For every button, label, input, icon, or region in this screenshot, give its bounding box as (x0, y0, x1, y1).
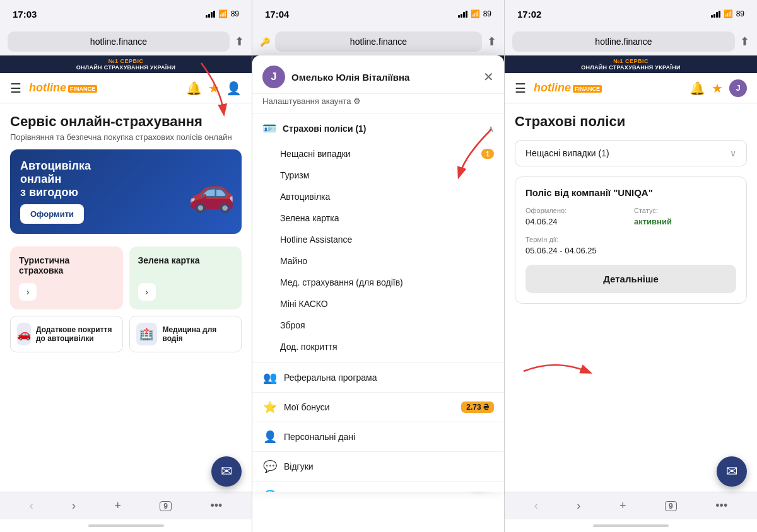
sub-item-kasko[interactable]: Міні КАСКО (252, 293, 504, 315)
share-icon-3[interactable]: ⬆ (740, 35, 749, 49)
sub-item-tourism[interactable]: Туризм (252, 165, 504, 186)
bottom-card-icon-1b: 🏥 (136, 323, 158, 345)
menu-bonuses-2[interactable]: ⭐ Мої бонуси 2.73 ₴ (252, 393, 504, 422)
menu-header-2: J Омелько Юлія Віталіївна ✕ (252, 55, 504, 94)
policies-content-3: Страхові поліси Нещасні випадки (1) ∨ По… (505, 103, 757, 492)
sub-item-med[interactable]: Мед. страхування (для водіїв) (252, 272, 504, 293)
address-input-3[interactable]: hotline.finance (512, 32, 735, 52)
forward-btn-1[interactable]: › (72, 499, 76, 512)
policies-dropdown-3[interactable]: Нещасні випадки (1) ∨ (515, 140, 747, 166)
hero-section-1: Сервіс онлайн-страхування Порівняння та … (0, 103, 252, 246)
bottom-card-1a[interactable]: 🚗 Додаткове покриття до автоцивілки (10, 316, 123, 352)
issued-value-3: 04.06.24 (525, 217, 558, 226)
wifi-icon-2: 📶 (471, 9, 480, 18)
address-input-2[interactable]: hotline.finance (275, 32, 482, 52)
nav-bar-3: ☰ hotline FINANCE 🔔 ★ J (505, 73, 757, 103)
add-tab-btn-3[interactable]: + (619, 499, 626, 512)
menu-settings-2[interactable]: Налаштування акаунта ⚙ (252, 94, 504, 114)
bonuses-badge-2: 2.73 ₴ (461, 402, 494, 413)
sub-item-hotline[interactable]: Hotline Assistance (252, 229, 504, 250)
phone-3: 17:02 📶 89 hotline.finance ⬆ №1 СЕРВІС О… (505, 0, 757, 532)
battery-3: 89 (736, 9, 744, 18)
policy-term-3: Термін дії: 05.06.24 - 04.06.25 (525, 236, 736, 256)
issued-label-3: Оформлено: (525, 207, 628, 214)
bell-icon-3[interactable]: 🔔 (690, 81, 705, 96)
status-icons-3: 📶 89 (711, 9, 744, 18)
address-bar-1: hotline.finance ⬆ (0, 28, 252, 55)
logo-1[interactable]: hotline FINANCE (29, 81, 97, 95)
bottom-card-1b[interactable]: 🏥 Медицина для водія (129, 316, 242, 352)
status-time-3: 17:02 (517, 9, 541, 20)
status-value-3: активний (634, 217, 672, 226)
card-green-1[interactable]: Зелена картка › (129, 246, 242, 309)
hamburger-icon-3[interactable]: ☰ (515, 81, 526, 96)
term-value-3: 05.06.24 - 04.06.25 (525, 246, 597, 255)
menu-user-name-2: Омелько Юлія Віталіївна (291, 72, 477, 83)
policy-status-3: Статус: активний (634, 207, 736, 227)
status-bar-2: 17:04 📶 89 (252, 0, 504, 28)
share-icon-2[interactable]: ⬆ (487, 35, 496, 49)
battery-2: 89 (483, 9, 491, 18)
service-grid-1: Туристична страховка › Зелена картка › (0, 246, 252, 309)
add-tab-btn-1[interactable]: + (114, 499, 121, 512)
menu-reviews-2[interactable]: 💬 Відгуки (252, 452, 504, 482)
menu-policies-section-2: 🪪 Страхові поліси (1) ∧ Нещасні випадки … (252, 114, 504, 363)
hamburger-icon-1[interactable]: ☰ (10, 81, 21, 96)
sub-item-weapon[interactable]: Зброя (252, 315, 504, 336)
policies-chevron-2: ∧ (488, 124, 494, 134)
banner-subtitle-3: ОНЛАЙН СТРАХУВАННЯ УКРАЇНИ (512, 64, 749, 71)
wifi-icon-3: 📶 (724, 9, 733, 18)
reviews-icon-2: 💬 (262, 460, 278, 473)
more-btn-3[interactable]: ••• (715, 499, 727, 512)
status-bar-1: 17:03 📶 89 (0, 0, 252, 28)
bottom-card-label-1a: Додаткове покриття до автоцивілки (36, 325, 116, 343)
sub-item-accidents[interactable]: Нещасні випадки 1 (252, 143, 504, 165)
logo-3[interactable]: hotline FINANCE (534, 81, 602, 95)
card-green-arrow-1[interactable]: › (138, 283, 156, 301)
policy-issued-3: Оформлено: 04.06.24 (525, 207, 628, 227)
dropdown-label-3: Нещасні випадки (1) (525, 148, 609, 158)
sub-item-green[interactable]: Зелена картка (252, 207, 504, 229)
bottom-card-label-1b: Медицина для водія (162, 325, 235, 343)
address-input-1[interactable]: hotline.finance (8, 32, 230, 52)
referral-icon-2: 👥 (262, 371, 278, 385)
back-btn-3[interactable]: ‹ (534, 499, 538, 512)
user-icon-1[interactable]: 👤 (226, 81, 242, 96)
sub-item-property[interactable]: Майно (252, 250, 504, 272)
bell-icon-1[interactable]: 🔔 (186, 81, 202, 96)
menu-personal-2[interactable]: 👤 Персональні дані (252, 422, 504, 452)
sub-item-extra[interactable]: Дод. покриття (252, 336, 504, 357)
auto-banner-1[interactable]: Автоцивілка онлайн з вигодою Оформити 🚗 (10, 149, 242, 234)
address-bar-2: 🔑 hotline.finance ⬆ (252, 28, 504, 55)
card-travel-1[interactable]: Туристична страховка › (10, 246, 123, 309)
forward-btn-3[interactable]: › (577, 499, 580, 512)
support-icon-2: 🌐 (262, 489, 278, 492)
menu-sub-items-2: Нещасні випадки 1 Туризм Автоцивілка Зел… (252, 143, 504, 362)
card-green-title-1: Зелена картка (138, 255, 233, 265)
card-travel-arrow-1[interactable]: › (19, 283, 37, 301)
tab-count-1[interactable]: 9 (160, 501, 172, 511)
car-icon-1: 🚗 (188, 170, 235, 214)
star-icon-3[interactable]: ★ (712, 81, 723, 96)
share-icon-1[interactable]: ⬆ (235, 35, 244, 49)
auto-btn-1[interactable]: Оформити (20, 204, 84, 224)
fab-3[interactable]: ✉ (717, 456, 747, 487)
more-btn-1[interactable]: ••• (210, 499, 222, 512)
menu-support-2[interactable]: 🌐 Підтримка (252, 482, 504, 492)
status-time-1: 17:03 (13, 9, 37, 20)
menu-policies-header-2[interactable]: 🪪 Страхові поліси (1) ∧ (252, 114, 504, 143)
phone-1: 17:03 📶 89 hotline.finance ⬆ №1 СЕРВІС О… (0, 0, 252, 532)
menu-close-btn-2[interactable]: ✕ (483, 69, 494, 84)
sub-item-auto[interactable]: Автоцивілка (252, 186, 504, 207)
status-label-3: Статус: (634, 207, 736, 214)
battery-1: 89 (231, 9, 239, 18)
fab-1[interactable]: ✉ (211, 456, 242, 487)
term-label-3: Термін дії: (525, 236, 736, 243)
detail-btn-3[interactable]: Детальніше (525, 265, 736, 293)
back-btn-1[interactable]: ‹ (30, 499, 33, 512)
menu-referral-2[interactable]: 👥 Реферальна програма (252, 363, 504, 393)
star-icon-1[interactable]: ★ (208, 81, 220, 96)
avatar-3[interactable]: J (729, 79, 747, 97)
card-travel-title-1: Туристична страховка (19, 255, 114, 275)
tab-count-3[interactable]: 9 (665, 501, 677, 511)
